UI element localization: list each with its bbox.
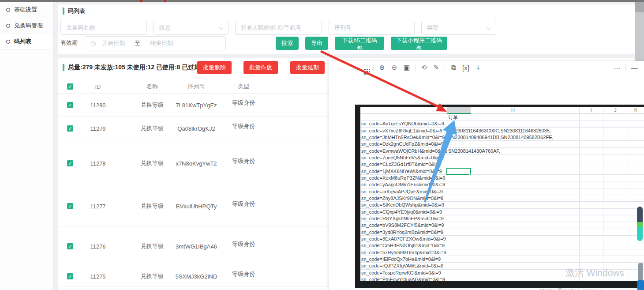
col-letter-I: I: [579, 107, 603, 113]
row-checkbox[interactable]: ✓: [67, 125, 73, 132]
photo-viewer-window: ←→⊕⊖▣⟲✎⧉[x]⤓ ···— HIJK 订单sn_code=AvTqrEs…: [329, 61, 644, 290]
top-red-mark: [164, 0, 166, 2]
sheet-row: sn_code=bzRyhG9MUm4p&mid=0&i=9: [360, 249, 644, 256]
row-serial: 7L81KwTpYgEz: [170, 102, 223, 109]
selected-cell: [446, 168, 471, 175]
validity-label: 有效期: [60, 39, 78, 47]
sheet-cell-order: SN230811164363C00C,SN2308111646326035,: [448, 128, 551, 133]
toolbar-divider: [445, 64, 445, 71]
row-id: 11277: [80, 203, 116, 210]
row-type: 等级身份: [226, 240, 261, 248]
zoom-out-icon[interactable]: ⊖: [388, 64, 401, 72]
sheet-row: sn_code=3yd8RYoq2mBz&mid=0&i=9: [360, 229, 644, 236]
chevron-down-icon: [219, 26, 224, 30]
sheet-cell-url: sn_code=yAagcOMm1Ens&mid=0&i=9: [361, 182, 445, 187]
fill-handle: [469, 173, 472, 175]
export-button[interactable]: 导出: [305, 37, 328, 50]
sheet-cell-url: sn_code=vX7xcZ8RkqE1&mid=0&i=9: [361, 128, 442, 133]
sidebar-item-0[interactable]: 基础设置: [0, 2, 53, 18]
more-icon[interactable]: ···: [611, 64, 623, 72]
search-panel: 码列表 兑换码名称 状态 持有人昵称/姓名/手机号 序列号 类型 有效期 ◷ 开…: [58, 4, 635, 54]
minimize-icon[interactable]: —: [628, 64, 640, 72]
row-checkbox[interactable]: ✓: [67, 273, 73, 279]
sheet-cell-url: sn_code=3ExA07CFZXOw&mid=0&i=9: [361, 236, 446, 241]
row-name: 兑换等级: [135, 159, 170, 167]
date-end-placeholder: 结束日期: [150, 39, 173, 47]
sheet-cell-url: sn_code=Zny8AJSKr9ON&mid=0&i=9: [361, 196, 443, 201]
sheet-cell-url: sn_code=RSYXgkhNtcEP&mid=0&i=9: [361, 216, 444, 221]
sheet-cell-url: sn_code=IEiFdoQx7bHe&mid=0&i=9: [361, 256, 441, 262]
fit-screen-icon[interactable]: ▣: [401, 64, 413, 72]
summary-stats: 总量:279 未发放:105 未使用:12 已使用:8 已过期:154: [63, 64, 213, 72]
batch-button-1[interactable]: 批量作废: [243, 61, 278, 74]
copy-icon[interactable]: ⧉: [447, 64, 460, 72]
activate-windows-watermark: 激活 Windows: [565, 267, 624, 279]
row-name: 兑换等级: [135, 124, 170, 132]
code-name-input[interactable]: 兑换码名称: [60, 21, 147, 35]
row-checkbox[interactable]: ✓: [67, 102, 73, 108]
row-name: 兑换等级: [135, 242, 170, 250]
rotate-icon[interactable]: ⟲: [418, 64, 430, 72]
browser-top-edge: [0, 0, 644, 2]
scrollbar-thumb[interactable]: [635, 2, 644, 12]
sheet-cell-url: sn_code=TospeRqrwKCl&mid=0&i=9: [361, 270, 441, 275]
date-start-placeholder: 开始日期: [102, 39, 125, 47]
row-checkbox[interactable]: ✓: [67, 243, 73, 249]
sheet-cell-url: sn_code=AvTqrEsYQNUb&mid=0&i=9: [361, 121, 444, 126]
sheet-row: sn_code=XexM8uRqP3ZN&mid=0&i=9: [360, 175, 644, 181]
sheet-cell-url: sn_code=crKq5aAPJQpE&mid=0&i=9: [361, 189, 443, 194]
toolbar-divider: [625, 64, 626, 71]
sheet-cell-url: sn_code=CmH4FN0Obj81&mid=0&i=9: [361, 243, 445, 248]
viewer-toolbar-right: ···—: [611, 61, 640, 74]
type-select[interactable]: 类型: [421, 21, 496, 35]
status-select[interactable]: 状态: [154, 21, 228, 35]
pen-tool-tip: [637, 280, 644, 290]
edit-icon[interactable]: ✎: [430, 64, 442, 72]
pen-tool-widget[interactable]: [638, 263, 643, 282]
sheet-cell-order: 订单: [448, 114, 458, 121]
sheet-cell-url: sn_code=bzRyhG9MUm4p&mid=0&i=9: [361, 250, 446, 255]
sheet-cell-url: sn_code=3yd8RYoq2mBz&mid=0&i=9: [361, 230, 443, 235]
zoom-in-icon[interactable]: ⊕: [376, 64, 388, 72]
select-all-checkbox[interactable]: ✓: [67, 83, 73, 90]
search-button[interactable]: 搜索: [276, 37, 299, 50]
capture-tool-widget[interactable]: [637, 207, 643, 241]
toolbar-divider: [415, 64, 416, 71]
forward-icon[interactable]: →: [346, 64, 359, 72]
batch-button-0[interactable]: 批量删除: [197, 61, 232, 74]
sidebar-item-label: 兑换码管理: [14, 22, 43, 30]
batch-button-2[interactable]: 批量延期: [290, 61, 325, 74]
type-placeholder: 类型: [427, 24, 438, 32]
sidebar-item-1[interactable]: 兑换码管理: [0, 18, 53, 34]
row-type: 等级身份: [226, 157, 261, 165]
sheet-row: sn_code=CmH4FN0Obj81&mid=0&i=9: [360, 242, 644, 249]
sheet-cell-url: sn_code=Dzk2gnCUdFpZ&mid=0&i=9: [361, 141, 444, 147]
sidebar-item-label: 基础设置: [14, 6, 37, 14]
row-checkbox[interactable]: ✓: [67, 160, 73, 166]
sidebar-item-2[interactable]: 码列表: [0, 34, 53, 49]
row-serial: BVkuiUhHPQTy: [170, 203, 223, 210]
date-to-label: 至: [135, 39, 140, 47]
row-name: 兑换等级: [135, 272, 170, 280]
download-miniprogram-qrcode-button[interactable]: 下载小程序二维码包: [391, 37, 447, 50]
serial-placeholder: 序列号: [334, 24, 352, 32]
download-icon[interactable]: ⤓: [472, 64, 484, 72]
download-h5-qrcode-button[interactable]: 下载h5二维码包: [335, 37, 384, 50]
ocr-icon[interactable]: [x]: [460, 64, 472, 72]
back-icon[interactable]: ←: [334, 64, 346, 72]
serial-input[interactable]: 序列号: [329, 21, 415, 35]
grid-icon[interactable]: [359, 64, 371, 72]
holder-input[interactable]: 持有人昵称/姓名/手机号: [235, 21, 322, 35]
sheet-row: sn_code=EvmwaWOjCRbH&mid=0&i=9SN23081414…: [360, 148, 644, 154]
clock-icon: ◷: [90, 40, 96, 47]
activate-windows-watermark-line2: 转到“设置”以激活 Windows。: [539, 287, 608, 290]
sheet-row: sn_code=RSYXgkhNtcEP&mid=0&i=9: [360, 215, 644, 222]
col-header-name: 名称: [135, 83, 170, 90]
row-checkbox[interactable]: ✓: [67, 203, 73, 209]
row-id: 11275: [80, 273, 116, 279]
col-header-type: 类型: [226, 83, 261, 90]
date-range-picker[interactable]: ◷ 开始日期 至 结束日期: [85, 36, 226, 50]
sheet-cell-url: sn_code=PmEcwYI0uaAG&mid=0&i=9: [361, 277, 445, 281]
row-id: 11280: [80, 102, 116, 109]
row-id: 11278: [80, 160, 116, 166]
